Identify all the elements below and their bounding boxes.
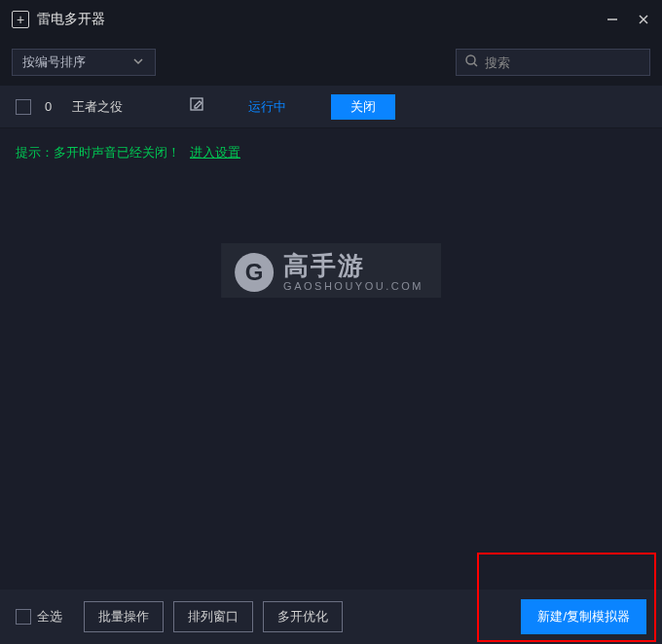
- new-copy-emulator-button[interactable]: 新建/复制模拟器: [521, 599, 646, 634]
- watermark: G 高手游 GAOSHOUYOU.COM: [221, 243, 441, 298]
- sort-dropdown[interactable]: 按编号排序: [12, 49, 156, 76]
- instance-checkbox[interactable]: [16, 99, 31, 115]
- chevron-down-icon: [131, 54, 145, 71]
- select-all-checkbox[interactable]: [16, 609, 31, 625]
- instance-status: 运行中: [248, 98, 286, 116]
- edit-icon[interactable]: [189, 96, 205, 117]
- watermark-text: 高手游 GAOSHOUYOU.COM: [283, 253, 423, 292]
- titlebar-left: + 雷电多开器: [12, 11, 105, 28]
- toolbar: 按编号排序: [0, 39, 662, 86]
- hint-row: 提示：多开时声音已经关闭！ 进入设置: [0, 128, 662, 177]
- batch-ops-button[interactable]: 批量操作: [84, 601, 164, 632]
- window-controls: [606, 13, 650, 26]
- search-icon: [464, 54, 479, 72]
- instance-close-button[interactable]: 关闭: [331, 94, 395, 120]
- watermark-en: GAOSHOUYOU.COM: [283, 280, 423, 292]
- arrange-windows-button[interactable]: 排列窗口: [173, 601, 253, 632]
- svg-point-3: [466, 55, 475, 64]
- search-input[interactable]: [485, 55, 642, 70]
- select-all-label: 全选: [37, 608, 62, 626]
- svg-line-4: [474, 63, 477, 66]
- select-all-group: 全选: [16, 608, 62, 626]
- watermark-logo-icon: G: [235, 253, 274, 292]
- app-icon: +: [12, 11, 29, 28]
- search-box[interactable]: [456, 49, 650, 76]
- hint-text: 提示：多开时声音已经关闭！: [16, 144, 180, 161]
- bottombar: 全选 批量操作 排列窗口 多开优化 新建/复制模拟器: [0, 590, 662, 644]
- minimize-button[interactable]: [606, 13, 619, 26]
- app-title: 雷电多开器: [37, 11, 105, 28]
- hint-settings-link[interactable]: 进入设置: [190, 144, 240, 161]
- close-button[interactable]: [637, 13, 650, 26]
- watermark-cn: 高手游: [283, 253, 423, 278]
- sort-label: 按编号排序: [22, 54, 86, 71]
- instance-row: 0 王者之役 运行中 关闭: [0, 86, 662, 128]
- instance-index: 0: [45, 99, 58, 114]
- instance-name: 王者之役: [72, 98, 189, 116]
- multi-optimize-button[interactable]: 多开优化: [263, 601, 343, 632]
- titlebar: + 雷电多开器: [0, 0, 662, 39]
